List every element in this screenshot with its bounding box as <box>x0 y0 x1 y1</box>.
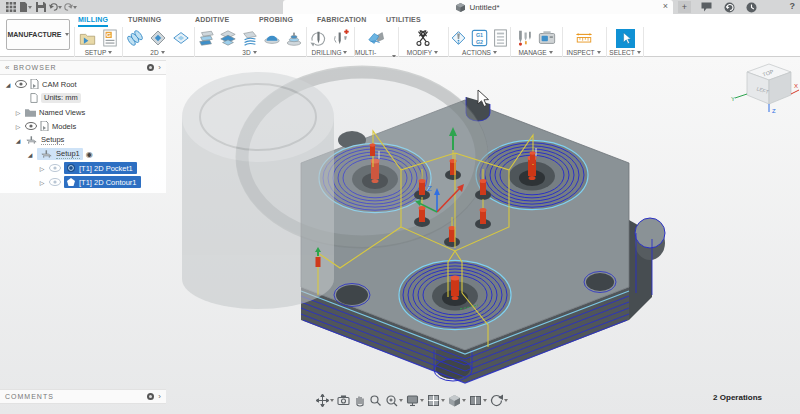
2d-pocket-icon[interactable] <box>124 28 146 48</box>
pocket-toolpath-2[interactable] <box>476 140 588 209</box>
look-at-icon[interactable] <box>337 394 350 407</box>
setup1-selection[interactable]: Setup1 <box>37 148 83 160</box>
visual-style-icon[interactable] <box>448 394 466 407</box>
collapsed-arrow-icon[interactable]: ▷ <box>14 109 22 116</box>
expand-panel-icon[interactable]: › <box>158 392 161 401</box>
expand-panel-icon[interactable]: › <box>158 63 161 72</box>
scissors-icon[interactable] <box>412 28 434 48</box>
select-tool-icon[interactable] <box>615 28 635 48</box>
visibility-eye-dim-icon[interactable] <box>49 178 61 186</box>
3d-parallel-icon[interactable] <box>239 28 260 48</box>
collapsed-arrow-icon[interactable]: ▷ <box>38 179 46 186</box>
tree-item-pocket1[interactable]: ▷ [T1] 2D Pocket1 <box>0 161 166 175</box>
3d-horizontal-icon[interactable] <box>261 28 282 48</box>
orbit-mode-icon[interactable] <box>490 394 508 407</box>
tab-additive[interactable]: ADDITIVE <box>195 16 229 25</box>
g1g2-code-icon[interactable]: G1G2 <box>470 28 490 48</box>
panel-options-icon[interactable] <box>147 64 154 71</box>
panel-options-icon[interactable] <box>147 393 154 400</box>
document-tab[interactable]: Untitled* × <box>283 0 673 14</box>
comments-header: COMMENTS › <box>0 389 166 404</box>
manage-dropdown[interactable]: MANAGE <box>511 49 560 56</box>
comments-bubble-icon[interactable] <box>700 1 713 13</box>
2d-face-icon[interactable] <box>170 28 192 48</box>
file-menu-icon[interactable] <box>19 1 32 13</box>
collapsed-arrow-icon[interactable]: ▷ <box>14 123 22 130</box>
setup-dropdown[interactable]: SETUP <box>75 49 122 56</box>
help-icon[interactable]: ? <box>790 1 796 11</box>
expanded-arrow-icon[interactable]: ◢ <box>4 81 12 88</box>
tree-item-cam-root[interactable]: ◢ CAM Root <box>0 77 166 91</box>
tool-library-icon[interactable] <box>513 28 535 48</box>
expanded-arrow-icon[interactable]: ◢ <box>14 137 22 144</box>
group-actions: G1G2 ACTIONS <box>448 27 510 57</box>
tree-item-units[interactable]: Units: mm <box>0 91 166 105</box>
3d-spiral-icon[interactable] <box>283 28 304 48</box>
measure-icon[interactable] <box>573 28 595 48</box>
workspace-selector-button[interactable]: MANUFACTURE <box>6 19 70 50</box>
gcode-document-icon[interactable]: G <box>99 28 121 48</box>
new-setup-icon[interactable] <box>76 28 98 48</box>
new-tab-button[interactable]: + <box>678 1 691 13</box>
setup-icon <box>40 149 53 159</box>
tree-item-setup1[interactable]: ◢ Setup1 ◉ <box>0 147 166 161</box>
multiaxis-swarf-icon[interactable] <box>365 28 387 48</box>
tree-item-setups-folder[interactable]: ◢ Setups <box>0 133 166 147</box>
post-process-icon[interactable] <box>449 28 469 48</box>
setups-folder-icon <box>25 135 38 145</box>
pocket-toolpath-3[interactable] <box>399 260 511 329</box>
zoom-icon[interactable] <box>369 394 382 407</box>
orbit-hand-icon[interactable] <box>353 394 366 407</box>
active-setup-radio-icon[interactable]: ◉ <box>86 150 93 159</box>
3d-pocket-icon[interactable] <box>217 28 238 48</box>
grid-snap-icon[interactable] <box>427 394 445 407</box>
select-dropdown[interactable]: SELECT <box>607 49 643 56</box>
viewports-icon[interactable] <box>469 394 487 407</box>
viewcube-z-axis-label: Z <box>772 108 776 114</box>
save-icon[interactable] <box>34 1 47 13</box>
zoom-window-icon[interactable] <box>385 394 403 407</box>
2d-dropdown[interactable]: 2D <box>123 49 192 56</box>
tab-fabrication[interactable]: FABRICATION <box>317 16 367 25</box>
collapse-panel-icon[interactable]: « <box>5 63 9 72</box>
close-tab-icon[interactable]: × <box>663 1 668 11</box>
recent-clock-icon[interactable] <box>745 1 758 13</box>
tree-item-named-views[interactable]: ▷ Named Views <box>0 105 166 119</box>
operation-selected[interactable]: [T1] 2D Contour1 <box>64 176 141 188</box>
redo-icon[interactable] <box>64 1 77 13</box>
machine-library-icon[interactable] <box>536 28 558 48</box>
tab-probing[interactable]: PROBING <box>259 16 293 25</box>
app-grid-icon[interactable] <box>4 1 17 13</box>
tree-item-models[interactable]: ▷ Models <box>0 119 166 133</box>
modify-dropdown[interactable]: MODIFY <box>399 49 446 56</box>
operation-selected[interactable]: [T1] 2D Pocket1 <box>64 162 137 174</box>
operations-count: 2 Operations <box>713 393 762 402</box>
collapsed-arrow-icon[interactable]: ▷ <box>38 165 46 172</box>
drilling-dropdown[interactable]: DRILLING <box>307 49 352 56</box>
visibility-eye-dim-icon[interactable] <box>49 164 61 172</box>
display-settings-icon[interactable] <box>406 394 424 407</box>
expanded-arrow-icon[interactable]: ◢ <box>26 151 34 158</box>
group-select: SELECT <box>606 27 644 57</box>
tab-utilities[interactable]: UTILITIES <box>386 16 421 25</box>
setup-sheet-icon[interactable] <box>490 28 510 48</box>
undo-icon[interactable] <box>49 1 62 13</box>
tab-turning[interactable]: TURNING <box>128 16 161 25</box>
pan-icon[interactable] <box>316 394 334 407</box>
drill-icon[interactable] <box>307 28 329 48</box>
tab-milling[interactable]: MILLING <box>78 16 108 27</box>
3d-adaptive-icon[interactable] <box>195 28 216 48</box>
tree-item-label: CAM Root <box>42 80 77 89</box>
group-drilling: DRILLING <box>306 27 352 57</box>
3d-dropdown[interactable]: 3D <box>195 49 304 56</box>
browser-panel: « BROWSER › ◢ CAM Root Units: mm ▷ Named… <box>0 60 166 193</box>
view-cube[interactable]: TOP LEFT Y X Z <box>731 64 799 114</box>
2d-adaptive-icon[interactable] <box>147 28 169 48</box>
visibility-eye-icon[interactable] <box>15 80 27 88</box>
job-status-icon[interactable] <box>723 1 736 13</box>
tap-drill-icon[interactable] <box>330 28 352 48</box>
visibility-eye-icon[interactable] <box>25 122 37 130</box>
tree-item-contour1[interactable]: ▷ [T1] 2D Contour1 <box>0 175 166 189</box>
inspect-dropdown[interactable]: INSPECT <box>563 49 604 56</box>
actions-dropdown[interactable]: ACTIONS <box>449 49 510 56</box>
